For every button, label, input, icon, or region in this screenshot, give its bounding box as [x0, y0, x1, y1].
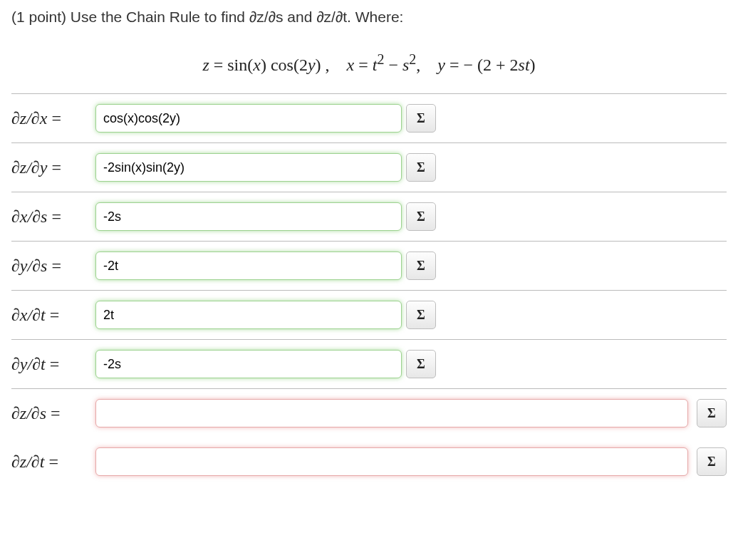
label-dx_ds: ∂x/∂s =: [11, 207, 95, 227]
label-dz_dt: ∂z/∂t =: [11, 452, 95, 472]
input-row-dx_ds: ∂x/∂s =Σ: [11, 192, 727, 241]
equation-editor-button[interactable]: Σ: [697, 447, 727, 476]
label-dz_dy: ∂z/∂y =: [11, 158, 95, 177]
input-row-dx_dt: ∂x/∂t =Σ: [11, 291, 727, 339]
answer-input-dz_dx[interactable]: [95, 104, 402, 133]
given-equations: z = sin(x) cos(2y) , x = t2 − s2, y = − …: [11, 51, 727, 75]
input-row-dz_dx: ∂z/∂x =Σ: [11, 94, 727, 142]
answer-input-dx_dt[interactable]: [95, 301, 402, 329]
input-group-dx_ds: Σ: [95, 202, 436, 231]
input-group-dx_dt: Σ: [95, 301, 436, 329]
input-group-dz_dx: Σ: [95, 104, 436, 133]
equation-editor-button[interactable]: Σ: [406, 252, 436, 280]
input-row-dy_ds: ∂y/∂s =Σ: [11, 242, 727, 290]
equation-editor-button[interactable]: Σ: [406, 301, 436, 329]
equation-editor-button[interactable]: Σ: [406, 104, 436, 133]
label-dx_dt: ∂x/∂t =: [11, 306, 95, 325]
answer-input-dy_ds[interactable]: [95, 252, 402, 280]
input-group-dz_dt: Σ: [95, 447, 727, 476]
input-group-dy_dt: Σ: [95, 350, 436, 378]
equation-editor-button[interactable]: Σ: [406, 153, 436, 182]
input-row-dz_ds: ∂z/∂s =Σ: [11, 389, 727, 437]
answer-input-dz_ds[interactable]: [95, 399, 688, 427]
answer-input-dy_dt[interactable]: [95, 350, 402, 378]
question-prompt: (1 point) Use the Chain Rule to find ∂z/…: [11, 9, 727, 26]
input-row-dz_dy: ∂z/∂y =Σ: [11, 143, 727, 192]
input-row-dz_dt: ∂z/∂t =Σ: [11, 437, 727, 486]
answer-input-dz_dt[interactable]: [95, 447, 688, 476]
label-dy_ds: ∂y/∂s =: [11, 256, 95, 276]
equation-editor-button[interactable]: Σ: [406, 350, 436, 378]
equation-editor-button[interactable]: Σ: [697, 399, 727, 427]
input-group-dz_dy: Σ: [95, 153, 436, 182]
input-group-dz_ds: Σ: [95, 399, 727, 427]
input-group-dy_ds: Σ: [95, 252, 436, 280]
equation-editor-button[interactable]: Σ: [406, 202, 436, 231]
answer-input-dz_dy[interactable]: [95, 153, 402, 182]
label-dz_dx: ∂z/∂x =: [11, 109, 95, 128]
prompt-text: (1 point) Use the Chain Rule to find ∂z/…: [11, 9, 403, 25]
input-row-dy_dt: ∂y/∂t =Σ: [11, 340, 727, 388]
label-dy_dt: ∂y/∂t =: [11, 355, 95, 374]
answer-input-dx_ds[interactable]: [95, 202, 402, 231]
label-dz_ds: ∂z/∂s =: [11, 404, 95, 423]
